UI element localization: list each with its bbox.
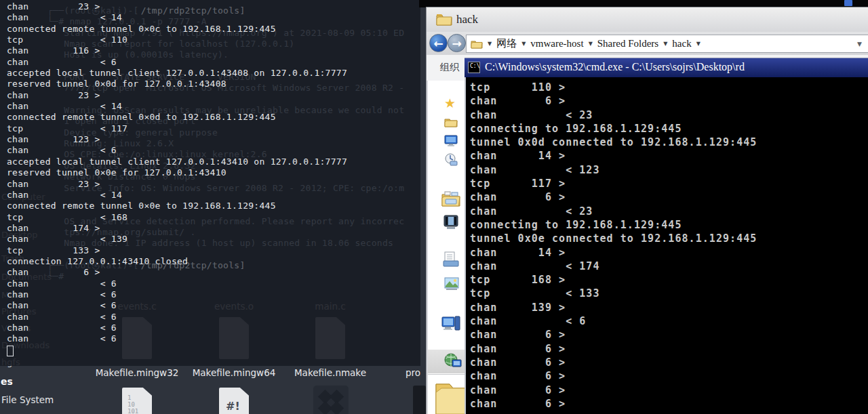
videos-library-icon[interactable]	[443, 215, 459, 230]
sidebar-item-network-selected[interactable]	[428, 350, 467, 373]
back-button[interactable]: ←	[429, 34, 448, 52]
computer-icon[interactable]	[441, 316, 460, 332]
file-manager-window: Computer Desktop Trash Documents Music P…	[0, 0, 426, 414]
breadcrumb-vmware-host[interactable]: vmware-host	[530, 38, 583, 49]
details-pane-divider	[428, 374, 469, 375]
window-badge-icon	[844, 0, 852, 6]
downloads-folder-icon[interactable]	[444, 117, 458, 127]
script-file-icon[interactable]: #!	[219, 388, 249, 414]
file-label-makefile-mingw32[interactable]: Makefile.mingw32	[96, 367, 179, 378]
shebang-glyph: #!	[226, 400, 240, 413]
breadcrumb-chevron[interactable]: ▼	[521, 41, 526, 47]
cmd-output: tcp 110 > chan 6 > chan < 23 connecting …	[470, 81, 757, 411]
explorer-window[interactable]: hack ← → ▼ ▼ 网络 ▼ vmware-host ▼ Shared F…	[426, 7, 868, 414]
text-file-icon[interactable]: 1 10 101	[122, 388, 152, 414]
breadcrumb-hack[interactable]: hack	[672, 38, 691, 49]
address-row: ← → ▼ ▼ 网络 ▼ vmware-host ▼ Shared Folder…	[427, 32, 868, 55]
file-label-makefile-nmake[interactable]: Makefile.nmake	[294, 367, 366, 378]
libraries-icon[interactable]	[441, 190, 460, 207]
forward-button[interactable]: →	[448, 34, 466, 52]
terminal-cursor	[7, 346, 14, 356]
breadcrumb-network[interactable]: 网络	[496, 37, 517, 50]
file-label-makefile-mingw64[interactable]: Makefile.mingw64	[193, 367, 276, 378]
file-label-clipped[interactable]: pro	[406, 367, 420, 378]
kali-terminal-window[interactable]: ┌──(root㉿kali)-[ └─# nmap 127.0.0.1 -p 7…	[0, 0, 420, 366]
object-file-icon[interactable]	[313, 386, 349, 414]
cmd-titlebar[interactable]: C:\ C:\Windows\system32\cmd.exe - C:\Use…	[465, 58, 868, 77]
cmd-icon: C:\	[468, 62, 480, 73]
network-globe-icon	[444, 353, 462, 369]
documents-icon[interactable]	[443, 251, 459, 268]
address-history-dropdown[interactable]: ▼	[857, 41, 862, 47]
window-title: hack	[456, 13, 478, 26]
cmd-console[interactable]: tcp 110 > chan 6 > chan < 23 connecting …	[465, 77, 868, 414]
sidebar-item-file-system[interactable]: File System	[1, 394, 54, 405]
back-arrow-icon: ←	[433, 37, 443, 50]
breadcrumb-shared-folders[interactable]: Shared Folders	[597, 38, 658, 49]
explorer-titlebar[interactable]: hack	[427, 7, 868, 32]
cmd-window-title: C:\Windows\system32\cmd.exe - C:\Users\s…	[485, 61, 745, 73]
forward-arrow-icon: →	[452, 37, 461, 50]
breadcrumb-folder-icon	[471, 39, 483, 49]
breadcrumb-chevron[interactable]: ▼	[589, 41, 593, 47]
breadcrumb-chevron[interactable]: ▼	[696, 41, 701, 47]
address-bar[interactable]: ▼ 网络 ▼ vmware-host ▼ Shared Folders ▼ ha…	[466, 35, 868, 53]
folder-icon	[436, 13, 452, 26]
favorites-star-icon[interactable]: ★	[444, 96, 456, 110]
recent-places-clock-icon[interactable]	[444, 152, 458, 166]
sidebar-section-devices-fragment: es	[1, 376, 13, 387]
text-file-preview: 1 10 101	[127, 394, 138, 414]
desktop-icon[interactable]	[444, 135, 458, 147]
file-icon-clipped[interactable]	[413, 386, 426, 414]
terminal-output: chan 23 > chan < 14 connected remote tun…	[7, 1, 347, 345]
organize-button[interactable]: 组织	[440, 62, 459, 74]
cmd-window[interactable]: C:\ C:\Windows\system32\cmd.exe - C:\Use…	[465, 58, 868, 414]
pictures-icon[interactable]	[444, 277, 459, 291]
breadcrumb-chevron[interactable]: ▼	[488, 41, 492, 47]
breadcrumb-chevron[interactable]: ▼	[663, 41, 667, 47]
